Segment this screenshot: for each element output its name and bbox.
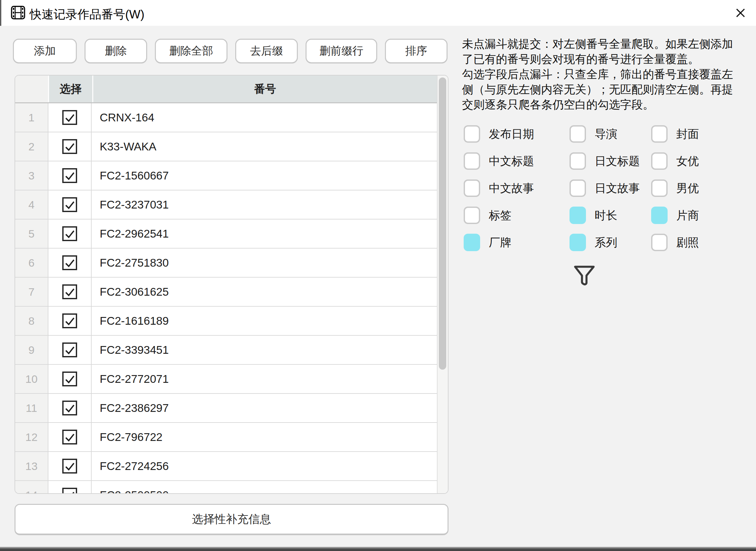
- field-checkbox[interactable]: [651, 125, 668, 143]
- row-checkbox[interactable]: [62, 138, 78, 155]
- scrollbar-thumb[interactable]: [439, 77, 446, 370]
- row-checkbox[interactable]: [62, 255, 78, 271]
- table-row: 1CRNX-164: [15, 103, 437, 132]
- field-item: 女优: [651, 152, 735, 170]
- field-checkbox[interactable]: [464, 125, 480, 143]
- row-index: 4: [15, 190, 48, 219]
- row-checkbox[interactable]: [62, 167, 78, 184]
- window-title: 快速记录作品番号(W): [30, 6, 145, 23]
- instructions-paragraph-1: 未点漏斗就提交：对左侧番号全量爬取。如果左侧添加了已有的番号则会对现有的番号进行…: [462, 36, 743, 66]
- row-checkbox[interactable]: [62, 458, 78, 474]
- row-code-cell[interactable]: FC2-1560667: [92, 161, 437, 190]
- table-body: 1CRNX-1642K33-WAKA3FC2-15606674FC2-32370…: [15, 103, 437, 493]
- instructions-paragraph-2: 勾选字段后点漏斗：只查全库，筛出的番号直接覆盖左侧（与原先左侧内容无关）；无匹配…: [462, 66, 743, 112]
- row-select-cell: [48, 481, 92, 494]
- delete-prefix-button[interactable]: 删前缀行: [306, 39, 377, 63]
- field-checkbox[interactable]: [570, 152, 586, 170]
- row-code-cell[interactable]: FC2-1616189: [92, 307, 437, 335]
- field-label: 发布日期: [489, 126, 534, 142]
- field-checkbox[interactable]: [651, 179, 668, 197]
- field-label: 系列: [595, 235, 617, 250]
- row-code-cell[interactable]: FC2-3237031: [92, 190, 437, 219]
- row-select-cell: [48, 278, 92, 306]
- row-checkbox[interactable]: [62, 284, 78, 300]
- row-code-cell[interactable]: FC2-2962541: [92, 219, 437, 248]
- supplement-info-button[interactable]: 选择性补充信息: [15, 504, 449, 535]
- row-code-cell[interactable]: CRNX-164: [92, 103, 437, 132]
- field-label: 片商: [676, 208, 699, 223]
- field-item: 中文标题: [464, 152, 570, 170]
- field-checkbox[interactable]: [464, 152, 480, 170]
- row-select-cell: [48, 103, 92, 132]
- add-button[interactable]: 添加: [13, 39, 77, 63]
- row-code-cell[interactable]: K33-WAKA: [92, 132, 437, 161]
- row-code-cell[interactable]: FC2-2386297: [92, 394, 437, 422]
- instructions-text: 未点漏斗就提交：对左侧番号全量爬取。如果左侧添加了已有的番号则会对现有的番号进行…: [462, 36, 743, 112]
- row-checkbox[interactable]: [62, 109, 78, 125]
- remove-suffix-button[interactable]: 去后缀: [235, 39, 298, 63]
- row-select-cell: [48, 248, 92, 277]
- row-select-cell: [48, 307, 92, 335]
- table-row: 3FC2-1560667: [15, 161, 437, 190]
- row-select-cell: [48, 219, 92, 248]
- delete-button[interactable]: 删除: [85, 39, 147, 63]
- row-checkbox[interactable]: [62, 400, 78, 416]
- row-code-cell[interactable]: FC2-2724256: [92, 452, 437, 480]
- row-code-cell[interactable]: FC2-2500500: [92, 481, 437, 494]
- sort-button[interactable]: 排序: [385, 39, 448, 63]
- row-index: 2: [15, 132, 48, 161]
- row-select-cell: [48, 423, 92, 451]
- field-checkbox[interactable]: [570, 125, 586, 143]
- field-checkbox[interactable]: [651, 152, 668, 170]
- row-select-cell: [48, 190, 92, 219]
- row-checkbox[interactable]: [62, 342, 78, 358]
- field-label: 女优: [676, 154, 699, 169]
- row-select-cell: [48, 394, 92, 422]
- field-checkbox[interactable]: [651, 206, 668, 224]
- field-checkbox[interactable]: [570, 206, 586, 224]
- row-code-cell[interactable]: FC2-3393451: [92, 336, 437, 364]
- row-checkbox[interactable]: [62, 429, 78, 445]
- row-index: 12: [15, 423, 48, 451]
- field-checkbox[interactable]: [570, 179, 586, 197]
- header-select[interactable]: 选择: [49, 75, 92, 102]
- window-left-edge: [0, 0, 1, 26]
- field-item: 时长: [570, 206, 651, 224]
- delete-all-button[interactable]: 删除全部: [155, 39, 227, 63]
- close-button[interactable]: [732, 5, 749, 21]
- row-checkbox[interactable]: [62, 196, 78, 213]
- table-row: 11FC2-2386297: [15, 394, 437, 423]
- row-select-cell: [48, 132, 92, 161]
- field-label: 剧照: [676, 235, 699, 250]
- funnel-icon[interactable]: [573, 264, 596, 287]
- row-code-cell[interactable]: FC2-796722: [92, 423, 437, 451]
- field-checkbox[interactable]: [651, 234, 668, 251]
- close-icon: [732, 5, 749, 21]
- field-label: 中文标题: [489, 154, 534, 169]
- field-item: 片商: [651, 206, 735, 224]
- row-code-cell[interactable]: FC2-2772071: [92, 365, 437, 393]
- table-scrollbar[interactable]: [437, 75, 448, 493]
- table-row: 6FC2-2751830: [15, 248, 437, 278]
- field-item: 厂牌: [464, 234, 570, 251]
- field-item: 导演: [570, 125, 651, 143]
- row-checkbox[interactable]: [62, 371, 78, 387]
- field-item: 系列: [570, 234, 651, 251]
- field-label: 时长: [595, 208, 617, 223]
- field-checkbox[interactable]: [464, 234, 480, 251]
- row-checkbox[interactable]: [62, 487, 78, 494]
- field-label: 导演: [595, 126, 617, 142]
- field-checkbox[interactable]: [464, 179, 480, 197]
- field-checkbox[interactable]: [570, 234, 586, 251]
- header-index: [15, 75, 48, 102]
- field-item: 标签: [464, 206, 570, 224]
- field-label: 男优: [676, 181, 699, 196]
- table-row: 10FC2-2772071: [15, 365, 437, 394]
- header-code[interactable]: 番号: [93, 75, 437, 102]
- row-checkbox[interactable]: [62, 225, 78, 242]
- field-checkbox[interactable]: [464, 206, 480, 224]
- table-row: 13FC2-2724256: [15, 452, 437, 481]
- row-code-cell[interactable]: FC2-2751830: [92, 248, 437, 277]
- row-checkbox[interactable]: [62, 313, 78, 329]
- row-code-cell[interactable]: FC2-3061625: [92, 278, 437, 306]
